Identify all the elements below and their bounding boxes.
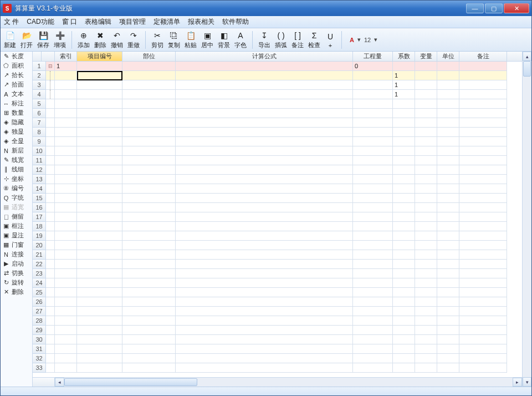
cell-index[interactable] xyxy=(55,288,77,297)
cell-code[interactable] xyxy=(77,316,122,326)
cell-index[interactable] xyxy=(55,165,77,175)
cell-index[interactable] xyxy=(55,344,77,354)
cell-unit[interactable] xyxy=(437,335,459,344)
cell-formula[interactable] xyxy=(176,260,353,269)
cell-var[interactable] xyxy=(415,184,437,194)
toolbar-复制[interactable]: ⿻复制 xyxy=(167,30,181,49)
cell-amount[interactable] xyxy=(353,118,393,128)
cell-code[interactable] xyxy=(77,363,122,373)
cell-formula[interactable] xyxy=(176,128,353,137)
cell-code[interactable] xyxy=(77,109,122,118)
cell-amount[interactable] xyxy=(353,278,393,288)
cell-code[interactable] xyxy=(77,184,122,194)
cell-amount[interactable] xyxy=(353,156,393,165)
cell-unit[interactable] xyxy=(437,194,459,203)
cell-remark[interactable] xyxy=(459,203,507,212)
cell-index[interactable] xyxy=(55,156,77,165)
cell-var[interactable] xyxy=(415,335,437,344)
cell-coef[interactable] xyxy=(393,99,415,109)
cell-part[interactable] xyxy=(122,156,176,165)
toolbar-新建[interactable]: 📄新建 xyxy=(3,30,17,49)
row-number[interactable]: 24 xyxy=(33,278,46,288)
cell-var[interactable] xyxy=(415,71,437,80)
toolbar-备注[interactable]: [ ]备注 xyxy=(290,30,305,49)
cell-part[interactable] xyxy=(122,335,176,344)
cell-var[interactable] xyxy=(415,231,437,241)
row-number[interactable]: 3 xyxy=(33,80,46,90)
cell-part[interactable] xyxy=(122,184,176,194)
toolbar-增项[interactable]: ➕增项 xyxy=(53,30,67,49)
cell-index[interactable] xyxy=(55,90,77,99)
row-number[interactable]: 5 xyxy=(33,99,46,109)
vscroll-thumb[interactable] xyxy=(523,61,531,77)
cell-var[interactable] xyxy=(415,146,437,156)
sidebar-item-框注[interactable]: ▣框注 xyxy=(1,221,32,231)
cell-amount[interactable] xyxy=(353,194,393,203)
cell-unit[interactable] xyxy=(437,118,459,128)
cell-code[interactable] xyxy=(77,241,122,250)
cell-code[interactable] xyxy=(77,146,122,156)
cell-part[interactable] xyxy=(122,194,176,203)
row-number[interactable]: 21 xyxy=(33,250,46,260)
cell-part[interactable] xyxy=(122,109,176,118)
cell-amount[interactable] xyxy=(353,241,393,250)
cell-amount[interactable] xyxy=(353,175,393,184)
menu-item-3[interactable]: 表格编辑 xyxy=(85,17,111,27)
row-number[interactable]: 22 xyxy=(33,260,46,269)
cell-var[interactable] xyxy=(415,137,437,146)
row-number[interactable]: 10 xyxy=(33,146,46,156)
cell-coef[interactable] xyxy=(393,250,415,260)
cell-index[interactable] xyxy=(55,278,77,288)
cell-code[interactable] xyxy=(77,118,122,128)
cell-index[interactable] xyxy=(55,307,77,316)
cell-var[interactable] xyxy=(415,80,437,90)
cell-remark[interactable] xyxy=(459,165,507,175)
cell-part[interactable] xyxy=(122,128,176,137)
row-number[interactable]: 6 xyxy=(33,109,46,118)
sidebar-item-线宽[interactable]: ✎线宽 xyxy=(1,155,32,165)
cell-coef[interactable] xyxy=(393,165,415,175)
cell-coef[interactable] xyxy=(393,194,415,203)
row-number[interactable]: 27 xyxy=(33,307,46,316)
cell-index[interactable] xyxy=(55,363,77,373)
menu-item-7[interactable]: 软件帮助 xyxy=(222,17,249,27)
scroll-left-icon[interactable]: ◂ xyxy=(55,378,64,387)
sidebar-item-独显[interactable]: ◈独显 xyxy=(1,127,32,136)
cell-formula[interactable] xyxy=(176,241,353,250)
cell-amount[interactable] xyxy=(353,212,393,222)
cell-remark[interactable] xyxy=(459,260,507,269)
cell-var[interactable] xyxy=(415,222,437,231)
cell-formula[interactable] xyxy=(176,250,353,260)
vertical-scrollbar[interactable]: ▴ ▾ xyxy=(522,52,531,387)
cell-amount[interactable] xyxy=(353,165,393,175)
cell-formula[interactable] xyxy=(176,297,353,307)
cell-part[interactable] xyxy=(122,165,176,175)
cell-code[interactable] xyxy=(77,344,122,354)
cell-unit[interactable] xyxy=(437,260,459,269)
column-header-unit[interactable]: 单位 xyxy=(437,52,459,61)
toolbar-撤销[interactable]: ↶撤销 xyxy=(110,30,124,49)
cell-remark[interactable] xyxy=(459,307,507,316)
cell-code[interactable] xyxy=(77,80,122,90)
cell-remark[interactable] xyxy=(459,90,507,99)
cell-amount[interactable] xyxy=(353,146,393,156)
cell-index[interactable] xyxy=(55,212,77,222)
cell-part[interactable] xyxy=(122,222,176,231)
sidebar-item-编号[interactable]: ⑧编号 xyxy=(1,184,32,193)
sidebar-item-面积[interactable]: ⬠面积 xyxy=(1,61,32,70)
cell-index[interactable] xyxy=(55,175,77,184)
menu-item-0[interactable]: 文 件 xyxy=(4,17,19,27)
cell-code[interactable] xyxy=(77,288,122,297)
cell-code[interactable] xyxy=(77,222,122,231)
cell-part[interactable] xyxy=(122,326,176,335)
cell-part[interactable] xyxy=(122,62,176,71)
cell-index[interactable] xyxy=(55,80,77,90)
cell-remark[interactable] xyxy=(459,269,507,278)
scroll-up-icon[interactable]: ▴ xyxy=(523,52,531,61)
cell-amount[interactable] xyxy=(353,307,393,316)
cell-index[interactable] xyxy=(55,269,77,278)
cell-remark[interactable] xyxy=(459,250,507,260)
cell-remark[interactable] xyxy=(459,297,507,307)
cell-part[interactable] xyxy=(122,175,176,184)
cell-part[interactable] xyxy=(122,288,176,297)
